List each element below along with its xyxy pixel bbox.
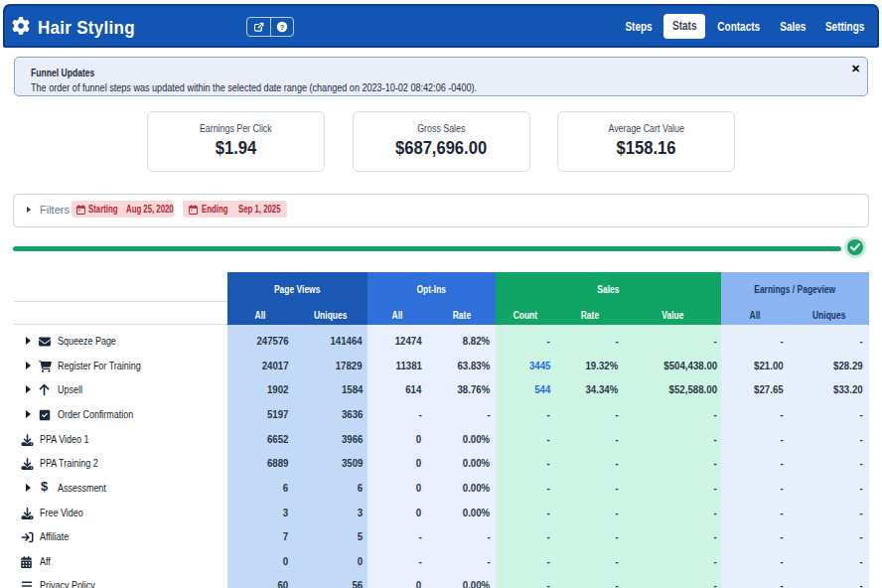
svg-text:?: ? [279,23,284,32]
